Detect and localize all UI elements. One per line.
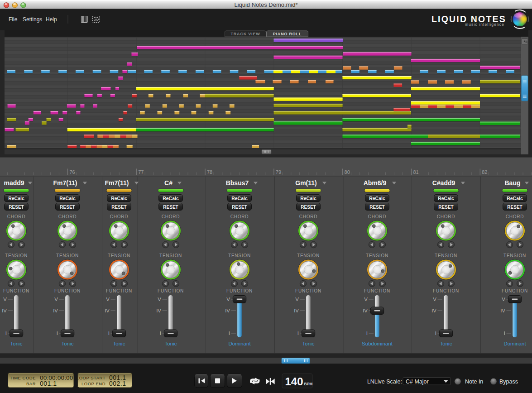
svg-text:IV: IV — [294, 308, 299, 313]
svg-text:FUNCTION: FUNCTION — [106, 288, 132, 293]
svg-text:C#add9: C#add9 — [432, 179, 455, 187]
svg-text:CHORD: CHORD — [368, 214, 387, 219]
svg-text:Tonic: Tonic — [440, 341, 452, 346]
svg-text:I: I — [504, 331, 505, 336]
svg-text:82: 82 — [482, 169, 487, 175]
svg-text:ReCalc: ReCalc — [438, 196, 454, 201]
svg-text:Bbsus7: Bbsus7 — [226, 179, 249, 187]
svg-text:CHORD: CHORD — [58, 214, 77, 219]
svg-text:TRACK VIEW: TRACK VIEW — [231, 32, 260, 36]
svg-text:RESET: RESET — [9, 205, 24, 210]
svg-text:FUNCTION: FUNCTION — [54, 288, 81, 293]
svg-text:ReCalc: ReCalc — [507, 196, 523, 201]
svg-text:IV: IV — [500, 308, 505, 313]
svg-text:Liquid Notes Demo.mid*: Liquid Notes Demo.mid* — [234, 1, 297, 8]
svg-text:TENSION: TENSION — [108, 253, 130, 258]
svg-text:140: 140 — [285, 375, 303, 388]
svg-text:TENSION: TENSION — [297, 253, 320, 258]
svg-text:V: V — [295, 297, 299, 302]
svg-text:I: I — [108, 331, 110, 336]
svg-text:81: 81 — [413, 169, 418, 175]
svg-text:Settings: Settings — [23, 16, 42, 23]
svg-text:ReCalc: ReCalc — [163, 196, 179, 201]
svg-text:Bypass: Bypass — [499, 379, 518, 385]
svg-text:RESET: RESET — [438, 205, 453, 210]
svg-text:RESET: RESET — [301, 205, 316, 210]
svg-text:FUNCTION: FUNCTION — [295, 288, 321, 293]
svg-text:ReCalc: ReCalc — [300, 196, 316, 201]
svg-text:I: I — [297, 331, 299, 336]
svg-text:RESET: RESET — [507, 205, 522, 210]
svg-text:V: V — [364, 297, 368, 302]
svg-text:BPM: BPM — [304, 382, 313, 386]
svg-text:RESET: RESET — [60, 205, 75, 210]
svg-text:Tonic: Tonic — [302, 341, 315, 346]
svg-text:IV: IV — [431, 308, 436, 313]
svg-text:Help: Help — [46, 16, 57, 23]
svg-text:002.1: 002.1 — [109, 380, 126, 387]
svg-text:LOOP END: LOOP END — [81, 381, 105, 386]
svg-text:IV: IV — [2, 308, 7, 313]
svg-text:I: I — [5, 331, 7, 336]
svg-text:78: 78 — [207, 169, 212, 175]
svg-text:V: V — [3, 297, 7, 302]
svg-text:TENSION: TENSION — [366, 253, 388, 258]
svg-text:C#: C# — [164, 179, 173, 187]
svg-text:V: V — [502, 297, 505, 302]
svg-text:TENSION: TENSION — [56, 253, 79, 258]
svg-text:FUNCTION: FUNCTION — [364, 288, 390, 293]
svg-text:TENSION: TENSION — [159, 253, 182, 258]
svg-text:LOOP START: LOOP START — [77, 375, 105, 380]
svg-text:80: 80 — [345, 169, 350, 175]
svg-text:001.1: 001.1 — [40, 380, 57, 387]
svg-text:CHORD: CHORD — [110, 214, 129, 219]
svg-text:CHORD: CHORD — [162, 214, 180, 219]
svg-text:File: File — [9, 16, 18, 23]
svg-text:V: V — [433, 297, 436, 302]
svg-text:CHORD: CHORD — [7, 214, 26, 219]
svg-text:TENSION: TENSION — [5, 253, 28, 258]
svg-text:Tonic: Tonic — [62, 341, 74, 346]
svg-text:TENSION: TENSION — [228, 253, 251, 258]
svg-text:FUNCTION: FUNCTION — [158, 288, 184, 293]
svg-text:RESET: RESET — [111, 205, 126, 210]
svg-text:ReCalc: ReCalc — [231, 196, 248, 201]
svg-text:BAR: BAR — [26, 381, 36, 386]
svg-text:RESET: RESET — [232, 205, 247, 210]
svg-text:CHORD: CHORD — [506, 214, 524, 219]
svg-text:IV: IV — [105, 308, 110, 313]
svg-text:V: V — [158, 297, 161, 302]
svg-text:Subdominant: Subdominant — [362, 341, 393, 346]
svg-text:Fm7(11): Fm7(11) — [53, 179, 77, 187]
svg-text:TENSION: TENSION — [503, 253, 526, 258]
svg-text:C# Major: C# Major — [406, 379, 429, 385]
svg-text:I: I — [435, 331, 436, 336]
svg-text:IV: IV — [363, 308, 368, 313]
svg-text:ReCalc: ReCalc — [8, 196, 24, 201]
svg-text:Tonic: Tonic — [113, 341, 125, 346]
svg-text:V: V — [226, 297, 230, 302]
svg-text:TENSION: TENSION — [435, 253, 457, 258]
svg-text:RESET: RESET — [369, 205, 384, 210]
svg-text:TIME CODE: TIME CODE — [10, 375, 36, 380]
svg-text:FUNCTION: FUNCTION — [3, 288, 29, 293]
svg-text:76: 76 — [69, 169, 75, 175]
svg-text:IV: IV — [156, 308, 161, 313]
svg-text:IV: IV — [53, 308, 58, 313]
svg-text:RESET: RESET — [163, 205, 178, 210]
svg-text:CHORD: CHORD — [230, 214, 249, 219]
svg-text:ReCalc: ReCalc — [111, 196, 127, 201]
svg-text:FUNCTION: FUNCTION — [502, 288, 528, 293]
svg-text:Fm7(11): Fm7(11) — [105, 179, 129, 187]
svg-text:madd9: madd9 — [4, 179, 24, 187]
svg-text:PIANO ROLL: PIANO ROLL — [273, 32, 302, 36]
svg-text:FUNCTION: FUNCTION — [226, 288, 253, 293]
svg-text:79: 79 — [276, 169, 281, 175]
svg-text:I: I — [160, 331, 161, 336]
svg-text:CHORD: CHORD — [299, 214, 318, 219]
svg-text:77: 77 — [138, 169, 144, 175]
svg-text:Dominant: Dominant — [228, 341, 251, 346]
svg-text:Gm(11): Gm(11) — [295, 179, 316, 187]
svg-text:Abm6/9: Abm6/9 — [364, 179, 387, 187]
svg-text:V: V — [106, 297, 110, 302]
